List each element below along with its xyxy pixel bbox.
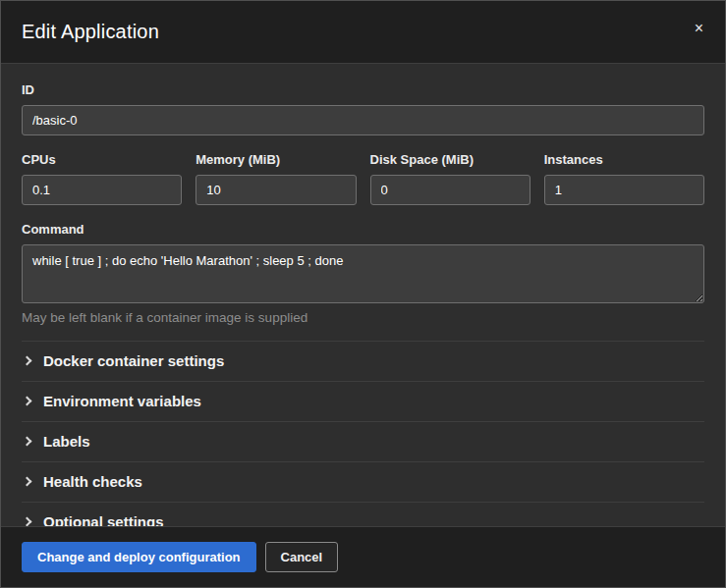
section-health-checks[interactable]: Health checks: [22, 462, 704, 503]
chevron-right-icon: [23, 397, 32, 406]
collapsible-sections: Docker container settings Environment va…: [22, 341, 704, 526]
section-optional-settings[interactable]: Optional settings: [22, 503, 704, 526]
id-field-group: ID: [22, 82, 704, 135]
cpus-field-group: CPUs: [22, 135, 182, 205]
cpus-label: CPUs: [22, 152, 182, 167]
chevron-right-icon: [23, 356, 32, 366]
id-label: ID: [22, 82, 704, 97]
section-environment-variables[interactable]: Environment variables: [22, 382, 704, 422]
instances-input[interactable]: [544, 175, 704, 205]
instances-label: Instances: [544, 152, 704, 167]
modal-body: ID CPUs Memory (MiB) Disk Space (MiB) In…: [1, 64, 725, 526]
cancel-button[interactable]: Cancel: [265, 542, 339, 572]
id-input[interactable]: [22, 105, 704, 135]
disk-label: Disk Space (MiB): [370, 152, 531, 167]
disk-input[interactable]: [370, 175, 531, 205]
modal-title: Edit Application: [22, 21, 159, 43]
disk-field-group: Disk Space (MiB): [370, 135, 531, 205]
cpus-input[interactable]: [22, 175, 182, 205]
modal-footer: Change and deploy configuration Cancel: [1, 526, 725, 587]
section-docker-container-settings[interactable]: Docker container settings: [22, 342, 704, 382]
command-label: Command: [22, 222, 704, 237]
memory-field-group: Memory (MiB): [195, 135, 356, 205]
section-label: Optional settings: [43, 513, 164, 526]
memory-label: Memory (MiB): [195, 152, 356, 167]
section-label: Health checks: [43, 473, 142, 490]
section-labels[interactable]: Labels: [22, 422, 704, 462]
edit-application-modal: Edit Application × ID CPUs Memory (MiB) …: [0, 0, 726, 588]
section-label: Labels: [43, 433, 90, 450]
chevron-right-icon: [23, 437, 32, 447]
change-and-deploy-button[interactable]: Change and deploy configuration: [22, 542, 256, 572]
memory-input[interactable]: [195, 175, 356, 205]
command-input[interactable]: while [ true ] ; do echo 'Hello Marathon…: [22, 244, 704, 303]
command-field-group: Command while [ true ] ; do echo 'Hello …: [22, 222, 704, 325]
instances-field-group: Instances: [544, 135, 704, 205]
chevron-right-icon: [23, 477, 32, 487]
chevron-right-icon: [23, 517, 32, 526]
close-icon[interactable]: ×: [691, 19, 707, 38]
resources-row: CPUs Memory (MiB) Disk Space (MiB) Insta…: [22, 135, 704, 205]
modal-header: Edit Application ×: [1, 1, 725, 64]
section-label: Environment variables: [43, 393, 201, 409]
command-help-text: May be left blank if a container image i…: [22, 310, 704, 325]
section-label: Docker container settings: [43, 352, 224, 369]
